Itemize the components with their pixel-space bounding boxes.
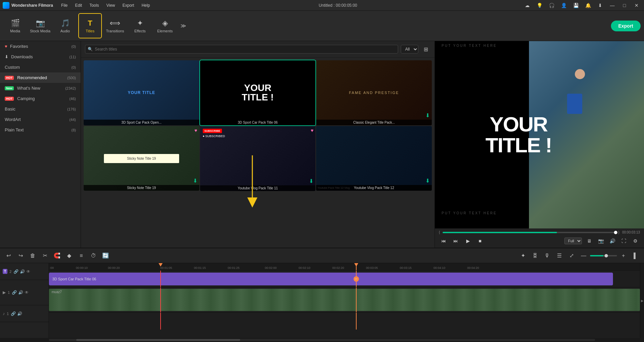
toolbar-titles-label: Titles	[86, 29, 94, 33]
track2-eye-icon[interactable]: 👁	[26, 269, 30, 274]
grid-view-button[interactable]: ⊞	[421, 44, 430, 54]
bulb-icon[interactable]: 💡	[535, 1, 544, 9]
track2-link-icon[interactable]: 🔗	[13, 269, 19, 274]
sidebar-item-custom[interactable]: Custom (0)	[0, 62, 81, 72]
titles-grid: YOUR TITLE 3D Sport Car Pack Open... YOU…	[81, 58, 435, 194]
fullscreen-icon[interactable]: ⛶	[619, 236, 628, 246]
export-button[interactable]: Export	[611, 21, 641, 31]
cut-button[interactable]: ✂	[40, 251, 50, 261]
toolbar-effects[interactable]: ✦ Effects	[128, 13, 152, 38]
track1-eye-icon[interactable]: 👁	[25, 290, 29, 295]
track1-volume-icon[interactable]: 🔊	[18, 290, 23, 295]
settings-icon[interactable]: ⚙	[631, 236, 640, 246]
filter-dropdown[interactable]: All	[401, 45, 418, 54]
quality-select[interactable]: Full	[564, 238, 582, 244]
timeline-right-panel-toggle[interactable]: ▌	[631, 251, 641, 261]
track2-volume-icon[interactable]: 🔊	[20, 269, 25, 274]
magnet-button[interactable]: 🧲	[52, 251, 62, 261]
title-card-sport-06[interactable]: YOURTITLE ! 3D Sport Car Pack Title 06	[200, 60, 316, 125]
sidebar-item-favorites[interactable]: ♥ Favorites (0)	[0, 41, 81, 52]
track1-link-icon[interactable]: 🔗	[12, 290, 17, 295]
sidebar-item-whats-new[interactable]: New What's New (2342)	[0, 83, 81, 93]
progress-bar-fill	[443, 232, 557, 233]
sidebar-item-camping[interactable]: HOT Camping (46)	[0, 93, 81, 104]
menu-tools[interactable]: Tools	[86, 2, 102, 8]
screenshot-icon[interactable]: 📷	[596, 236, 606, 246]
toolbar-transitions[interactable]: ⟺ Transitions	[103, 13, 127, 38]
playhead-title-track	[160, 271, 161, 287]
stop-button[interactable]: ■	[475, 236, 485, 246]
title-clip[interactable]: 3D Sport Car Pack Title 06	[49, 273, 613, 285]
zoom-out-button[interactable]: —	[579, 251, 589, 261]
toolbar-titles[interactable]: T Titles	[78, 13, 102, 38]
effects-panel-button[interactable]: ✦	[518, 251, 528, 261]
marker-button[interactable]: ◆	[64, 251, 74, 261]
search-input[interactable]	[85, 45, 398, 54]
menu-export[interactable]: Export	[119, 2, 138, 8]
title-track-icon: T	[3, 269, 7, 274]
toolbar-more-button[interactable]: ≫	[178, 21, 188, 31]
cloud-icon[interactable]: ☁	[523, 1, 532, 9]
progress-bar-thumb	[614, 231, 617, 234]
menu-edit[interactable]: Edit	[72, 2, 85, 8]
delete-button[interactable]: 🗑	[28, 251, 38, 261]
toolbar-effects-label: Effects	[134, 29, 145, 33]
download-arrow-icon: ⬇	[5, 54, 8, 59]
video-clip[interactable]: muaz7	[49, 289, 640, 311]
watermark-bottom-text: PUT YOUR TEXT HERE	[442, 211, 497, 215]
play-button[interactable]: ▶	[463, 236, 473, 246]
toolbar-media[interactable]: 🎬 Media	[3, 13, 27, 38]
redo-button[interactable]: ↪	[16, 251, 26, 261]
timeline-right-edge[interactable]: ▶	[640, 263, 644, 338]
title-card-vlog12[interactable]: Youtube Pack Title 12 Vlog ⬇ Youtube Vlo…	[316, 126, 432, 191]
notification-icon[interactable]: 🔔	[583, 1, 593, 9]
volume-icon[interactable]: 🔊	[608, 236, 617, 246]
ruler-mark-410: 00:04:10	[433, 266, 445, 270]
progress-bar-track[interactable]	[443, 232, 615, 233]
zoom-in-button[interactable]: +	[618, 251, 628, 261]
maximize-button[interactable]: □	[620, 1, 629, 9]
title-card-sticky-note[interactable]: Sticky Note Title 19 ♥ ⬇ Sticky Note Tit…	[84, 126, 199, 191]
undo-button[interactable]: ↩	[3, 251, 13, 261]
video-track[interactable]: muaz7	[49, 287, 640, 313]
sidebar-item-wordart[interactable]: WordArt (44)	[0, 114, 81, 125]
audio-panel-button[interactable]: 🎛	[530, 251, 540, 261]
sidebar-item-basic[interactable]: Basic (176)	[0, 104, 81, 114]
loop-button[interactable]: 🔄	[101, 251, 111, 261]
sidebar-item-plain-text[interactable]: Plain Text (8)	[0, 125, 81, 135]
speed-button[interactable]: ⏱	[88, 251, 99, 261]
favorites-count: (0)	[72, 44, 76, 49]
close-button[interactable]: ✕	[632, 1, 641, 9]
headphones-icon[interactable]: 🎧	[547, 1, 556, 9]
sidebar-item-recommended[interactable]: HOT Recommended (500)	[0, 72, 81, 83]
fit-timeline-button[interactable]: ⤢	[566, 251, 577, 261]
track-settings-button[interactable]: ☰	[554, 251, 564, 261]
menu-view[interactable]: View	[103, 2, 118, 8]
zoom-track[interactable]	[590, 255, 617, 256]
toolbar-stock-media[interactable]: 📷 Stock Media	[28, 13, 52, 38]
title-track[interactable]: 3D Sport Car Pack Title 06 ✂	[49, 271, 640, 287]
save-icon[interactable]: 💾	[571, 1, 581, 9]
menu-file[interactable]: File	[58, 2, 71, 8]
timeline-ruler[interactable]: :00 00:00:10 00:00:20 00:01:05 00:01:15 …	[49, 263, 640, 271]
toolbar-elements[interactable]: ◈ Elements	[153, 13, 177, 38]
skip-back-button[interactable]: ⏮	[439, 236, 448, 246]
toolbar-audio[interactable]: 🎵 Audio	[53, 13, 77, 38]
sidebar-item-downloads[interactable]: ⬇ Downloads (11)	[0, 52, 81, 62]
menu-help[interactable]: Help	[138, 2, 153, 8]
scrollbar-thumb[interactable]	[76, 339, 240, 341]
title-card-elegant[interactable]: FAME AND PRESTIGE ⬇ Classic Elegant Titl…	[316, 60, 432, 125]
minimize-button[interactable]: —	[608, 1, 617, 9]
monitor-icon[interactable]: 🖥	[585, 236, 594, 246]
title-card-vlog11[interactable]: SUBSCRIBE ● SUBSCRIBED ♥ ⬇ Youtube Vlog …	[200, 126, 316, 191]
timeline-scrollbar[interactable]	[0, 338, 644, 342]
title-card-sport-open[interactable]: YOUR TITLE 3D Sport Car Pack Open...	[84, 60, 199, 125]
step-back-button[interactable]: ⏭	[451, 236, 460, 246]
download-icon[interactable]: ⬇	[595, 1, 605, 9]
record-button[interactable]: 🎙	[542, 251, 552, 261]
equalizer-button[interactable]: ≡	[76, 251, 86, 261]
audio-track[interactable]	[49, 313, 640, 330]
audio-volume-icon[interactable]: 🔊	[17, 311, 22, 316]
avatar-icon[interactable]: 👤	[559, 1, 568, 9]
audio-link-icon[interactable]: 🔗	[11, 311, 16, 316]
